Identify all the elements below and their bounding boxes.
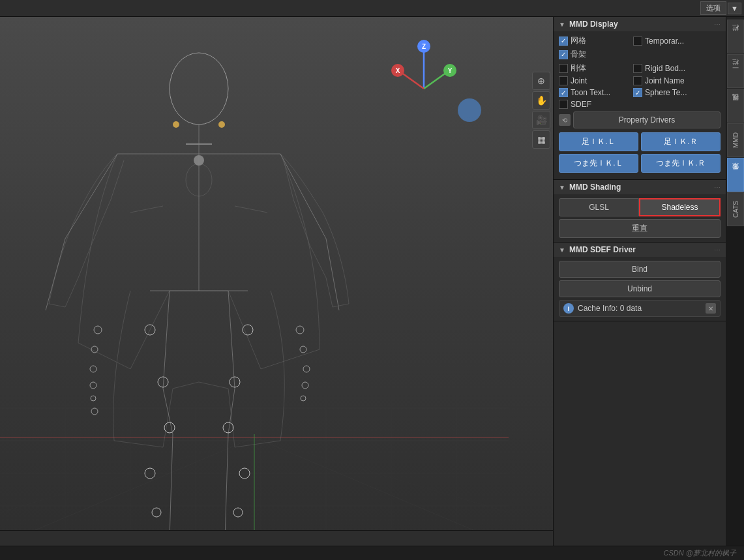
checkbox-rigidbody[interactable] <box>559 64 568 73</box>
mmd-display-title: MMD Display <box>569 20 710 29</box>
checkbox-row-5: Toon Text... Sphere Te... <box>559 88 721 97</box>
options-dropdown[interactable]: ▼ <box>728 3 741 14</box>
watermark-text: CSDN @萝北村的枫子 <box>664 548 736 558</box>
checkbox-sphere-te[interactable] <box>633 88 642 97</box>
zoom-tool-icon[interactable]: ⊕ <box>532 72 550 90</box>
svg-line-21 <box>65 154 117 239</box>
shadeless-button[interactable]: Shadeless <box>639 198 721 216</box>
mmd-display-dots: ⋯ <box>714 21 721 28</box>
svg-point-56 <box>145 468 155 479</box>
property-drivers-icon: ⟲ <box>559 114 571 126</box>
mmd-display-section: ▼ MMD Display ⋯ 网格 Temporar... <box>554 17 726 180</box>
toe-ik-l-button[interactable]: つま先ＩＫ.Ｌ <box>559 154 638 173</box>
options-button[interactable]: 选项 <box>700 1 726 15</box>
viewport[interactable]: Z Y X ⊕ ✋ 🎥 ▦ <box>0 17 553 546</box>
glsl-button[interactable]: GLSL <box>559 198 639 216</box>
mmd-sdef-dots: ⋯ <box>714 246 721 254</box>
top-bar: 选项 ▼ <box>0 0 744 17</box>
unbind-button[interactable]: Unbind <box>559 280 721 297</box>
bind-button[interactable]: Bind <box>559 261 721 278</box>
mmd-shading-dots: ⋯ <box>714 184 721 191</box>
foot-ik-l-button[interactable]: 足ＩＫ.Ｌ <box>559 132 638 151</box>
label-rigid-bod: Rigid Bod... <box>645 64 685 73</box>
check-rigid-bod: Rigid Bod... <box>633 64 705 73</box>
mmd-sdef-title: MMD SDEF Driver <box>569 245 710 254</box>
camera-tool-icon[interactable]: 🎥 <box>532 111 550 129</box>
mmd-shading-section: ▼ MMD Shading ⋯ GLSL Shadeless 2 重直 <box>554 180 726 243</box>
tab-view[interactable]: 视图 <box>727 89 744 123</box>
svg-point-40 <box>91 346 98 353</box>
mmd-sdef-arrow: ▼ <box>559 246 565 254</box>
mmd-sdef-header[interactable]: ▼ MMD SDEF Driver ⋯ <box>554 243 726 257</box>
check-sphere-te: Sphere Te... <box>633 88 705 97</box>
checkbox-rigid-bod[interactable] <box>633 64 642 73</box>
viewport-background: Z Y X ⊕ ✋ 🎥 ▦ <box>0 17 553 546</box>
shading-buttons-row: GLSL Shadeless 2 <box>559 198 721 216</box>
checkbox-joint-name[interactable] <box>633 76 642 85</box>
mmd-sdef-body: Bind Unbind i Cache Info: 0 data ✕ <box>554 257 726 321</box>
label-temporary: Temporar... <box>645 37 684 46</box>
tab-1[interactable]: 栏栏 <box>727 20 744 53</box>
axis-gizmo-svg: Z Y X <box>391 37 456 95</box>
svg-line-14 <box>254 437 509 512</box>
checkbox-toon-tex[interactable] <box>559 88 568 97</box>
mmd-shading-header[interactable]: ▼ MMD Shading ⋯ <box>554 180 726 194</box>
tab-cats[interactable]: CATS <box>727 192 744 226</box>
label-joint: Joint <box>571 76 587 85</box>
grab-tool-icon[interactable]: ✋ <box>532 91 550 110</box>
mmd-display-arrow: ▼ <box>559 21 565 28</box>
right-panel: ▼ MMD Display ⋯ 网格 Temporar... <box>553 17 726 546</box>
mmd-shading-body: GLSL Shadeless 2 重直 <box>554 194 726 242</box>
svg-point-61 <box>218 121 225 128</box>
svg-line-29 <box>228 291 235 389</box>
svg-text:Y: Y <box>448 67 453 74</box>
tab-mmd[interactable]: MMD <box>727 123 744 157</box>
viewport-bottom-bar <box>0 530 553 546</box>
mmd-display-body: 网格 Temporar... 骨架 <box>554 31 726 179</box>
far-right-tabs: 栏栏 栏一 视图 MMD 系骨 CATS <box>726 17 744 226</box>
foot-ik-r-button[interactable]: 足ＩＫ.Ｒ <box>641 132 721 151</box>
mmd-shading-arrow: ▼ <box>559 184 565 191</box>
svg-point-39 <box>94 326 102 334</box>
checkbox-row-6: SDEF <box>559 100 721 109</box>
cache-info-text: Cache Info: 0 data <box>578 304 702 313</box>
svg-line-23 <box>280 154 326 239</box>
checkbox-row-4: Joint Joint Name <box>559 76 721 85</box>
cache-close-button[interactable]: ✕ <box>706 303 716 314</box>
info-icon: i <box>563 303 574 314</box>
reset-button[interactable]: 重直 <box>559 219 721 238</box>
svg-point-45 <box>296 326 304 334</box>
checkbox-temporary[interactable] <box>633 37 642 46</box>
svg-point-17 <box>170 53 228 125</box>
grid-tool-icon[interactable]: ▦ <box>532 130 550 149</box>
ik-row-2: つま先ＩＫ.Ｌ つま先ＩＫ.Ｒ <box>559 154 721 173</box>
svg-point-42 <box>90 382 97 389</box>
label-rigidbody: 刚体 <box>571 63 586 74</box>
checkbox-sdef[interactable] <box>559 100 568 109</box>
check-joint: Joint <box>559 76 631 85</box>
mmd-display-header[interactable]: ▼ MMD Display ⋯ <box>554 17 726 31</box>
toe-ik-r-button[interactable]: つま先ＩＫ.Ｒ <box>641 154 721 173</box>
svg-point-41 <box>90 366 97 372</box>
checkbox-skeleton[interactable] <box>559 50 568 59</box>
svg-point-46 <box>300 346 306 353</box>
svg-line-27 <box>163 389 173 434</box>
tab-bone[interactable]: 系骨 <box>727 158 744 192</box>
tab-2[interactable]: 栏一 <box>727 54 744 88</box>
svg-point-59 <box>233 508 243 517</box>
main-content: Z Y X ⊕ ✋ 🎥 ▦ <box>0 17 744 546</box>
svg-line-68 <box>424 72 447 89</box>
svg-point-50 <box>145 325 155 335</box>
svg-line-28 <box>170 434 173 538</box>
label-mesh: 网格 <box>571 35 586 46</box>
svg-text:X: X <box>396 67 400 74</box>
mmd-sdef-section: ▼ MMD SDEF Driver ⋯ Bind Unbind i Cache … <box>554 243 726 321</box>
svg-point-34 <box>186 164 212 196</box>
checkbox-joint[interactable] <box>559 76 568 85</box>
property-drivers-button[interactable]: Property Drivers <box>573 111 721 128</box>
svg-point-47 <box>303 366 310 372</box>
label-joint-name: Joint Name <box>645 76 685 85</box>
checkbox-mesh[interactable] <box>559 37 568 46</box>
label-toon-tex: Toon Text... <box>571 88 610 97</box>
far-right-area: 栏栏 栏一 视图 MMD 系骨 CATS <box>726 17 744 546</box>
